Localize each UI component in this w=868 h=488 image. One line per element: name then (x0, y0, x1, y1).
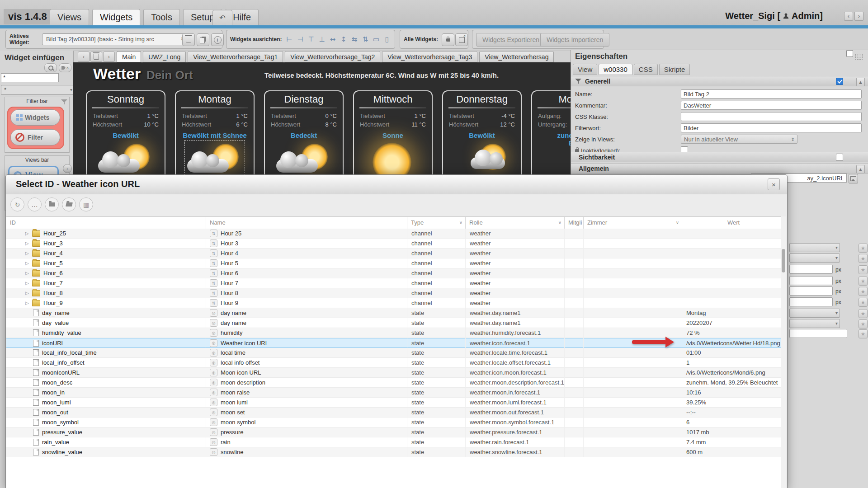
table-row[interactable]: ▷ moon_lumi moon lumi state weather.moon… (6, 398, 781, 408)
export-widgets-button[interactable]: Widgets Exportieren (476, 33, 546, 47)
table-row[interactable]: ▷ moon_in moon raise state weather.moon.… (6, 388, 781, 398)
dialog-tool-button[interactable]: ▥ (79, 197, 93, 211)
expander-icon[interactable]: ▷ (25, 300, 32, 305)
binding-star-button[interactable]: ★ (859, 298, 868, 307)
view-tab[interactable]: Main (117, 51, 141, 62)
weather-image-widget[interactable] (186, 142, 243, 174)
weather-day-card[interactable]: Mittwoch Tiefstwert1 °C Höchstwert11 °C … (353, 90, 433, 174)
property-control[interactable] (789, 319, 840, 328)
view-next-button[interactable]: › (103, 52, 115, 62)
column-header-rolle[interactable]: Rolle∨ (466, 217, 565, 229)
dialog-close-button[interactable]: × (768, 178, 780, 190)
field-input[interactable] (681, 123, 862, 132)
weather-day-card[interactable]: Dienstag Tiefstwert0 °C Höchstwert8 °C B… (264, 90, 344, 174)
import-widgets-button[interactable]: Widgets Importieren (540, 33, 609, 47)
binding-star-button[interactable]: ★ (859, 265, 868, 274)
binding-star-button[interactable]: ★ (859, 277, 868, 286)
widget-info-button[interactable] (211, 33, 224, 46)
section-generell[interactable]: Generell ▲ (571, 76, 868, 86)
weather-image-widget[interactable] (453, 142, 510, 174)
field-input[interactable] (681, 112, 862, 121)
menu-tab[interactable]: Tools (143, 9, 180, 25)
table-row[interactable]: ▷ Hour_5 Hour 5 channel weather (6, 258, 781, 268)
align-icon[interactable]: ▭ (371, 34, 381, 45)
property-control[interactable] (789, 309, 840, 318)
property-control[interactable] (789, 329, 847, 338)
view-tab[interactable]: View_Wettervorhersag (479, 51, 554, 62)
search-widget-button[interactable] (44, 63, 57, 72)
property-control[interactable] (789, 253, 840, 263)
menu-tab[interactable]: Views (50, 9, 89, 25)
weather-view-canvas[interactable]: Wetter Dein Ort Teilweise bedeckt. Höchs… (73, 62, 571, 174)
property-control[interactable] (789, 243, 840, 252)
weather-day-card[interactable]: Donnerstag Tiefstwert-4 °C Höchstwert12 … (442, 90, 522, 174)
expander-icon[interactable]: ▷ (25, 281, 32, 286)
widget-filter-input[interactable]: * (1, 73, 59, 82)
align-icon[interactable]: ↕ (339, 34, 349, 45)
table-row[interactable]: ▷ local_info_offset local info offset st… (6, 358, 781, 368)
undo-button[interactable]: ↶ (212, 10, 232, 25)
nav-next-button[interactable]: › (854, 12, 863, 21)
drag-handle-icon[interactable] (854, 54, 863, 60)
section-allgemein[interactable]: Allgemein ▲ (571, 163, 868, 174)
widget-set-select[interactable]: * ▾ (1, 85, 75, 95)
align-icon[interactable]: ⊥ (317, 34, 327, 45)
column-header-type[interactable]: Type∨ (407, 217, 466, 229)
weather-day-card[interactable]: Sonntag Tiefstwert1 °C Höchstwert10 °C B… (86, 90, 165, 174)
expander-icon[interactable]: ▷ (25, 271, 32, 276)
table-row[interactable]: ▷ day_value day name state weather.day.n… (6, 318, 781, 328)
table-row[interactable]: ▷ Hour_9 Hour 9 channel weather (6, 298, 781, 308)
field-input[interactable] (681, 89, 862, 99)
table-row[interactable]: ▷ local_info_local_time local time state… (6, 348, 781, 358)
property-control[interactable] (789, 276, 833, 285)
table-row[interactable]: ▷ moon_desc moon description state weath… (6, 378, 781, 388)
nav-prev-button[interactable]: ‹ (844, 12, 853, 21)
tag-filter-button[interactable]: × (59, 63, 71, 72)
table-row[interactable]: ▷ Hour_7 Hour 7 channel weather (6, 278, 781, 288)
table-row[interactable]: ▷ moon_out moon set state weather.moon.o… (6, 408, 781, 418)
table-row[interactable]: ▷ pressure_value pressure state weather.… (6, 427, 781, 437)
expander-icon[interactable]: ▷ (25, 241, 32, 246)
expander-icon[interactable]: ▷ (25, 291, 32, 296)
properties-tab[interactable]: Skripte (659, 64, 690, 75)
binding-star-button[interactable]: ★ (859, 287, 868, 296)
properties-tab[interactable]: w00330 (599, 64, 632, 75)
table-row[interactable]: ▷ day_name day name state weather.day.na… (6, 308, 781, 318)
dialog-tool-button[interactable]: ↻ (10, 197, 24, 211)
sichtbarkeit-checkbox[interactable] (836, 154, 843, 161)
table-row[interactable]: ▷ moonIconURL Moon icon URL state weathe… (6, 368, 781, 378)
align-icon[interactable]: ⇆ (349, 34, 359, 45)
align-icon[interactable]: ⊢ (284, 34, 294, 45)
generell-checkbox[interactable] (836, 78, 843, 85)
delete-widget-button[interactable] (182, 33, 195, 46)
property-control[interactable] (789, 297, 833, 306)
table-row[interactable]: ▷ rain_value rain state weather.rain.for… (6, 437, 781, 447)
table-row[interactable]: ▷ Hour_25 Hour 25 channel weather (6, 229, 781, 239)
weather-image-widget[interactable] (275, 142, 332, 174)
table-row[interactable]: ▷ Hour_8 Hour 8 channel weather (6, 288, 781, 298)
dialog-scrollbar[interactable] (781, 216, 786, 488)
copy-widget-button[interactable] (197, 33, 209, 46)
field-select[interactable]: Nur in aktueller View⇕ (681, 135, 797, 144)
view-prev-button[interactable]: ‹ (78, 52, 90, 62)
expander-icon[interactable]: ▷ (25, 261, 32, 266)
align-icon[interactable]: ⊤ (306, 34, 316, 45)
property-checkbox[interactable] (846, 50, 853, 57)
views-expand-button[interactable]: › (63, 164, 72, 173)
align-icon[interactable]: ↔ (328, 34, 338, 45)
binding-star-button[interactable]: ★ (859, 244, 868, 253)
table-row[interactable]: ▷ Hour_4 Hour 4 channel weather (6, 249, 781, 258)
weather-image-widget[interactable] (97, 142, 154, 174)
column-header-id[interactable]: ID (6, 217, 206, 229)
dialog-titlebar[interactable]: Select ID - Weather icon URL × (6, 175, 787, 194)
weather-day-card[interactable]: Montag Tiefstwert1 °C Höchstwert6 °C Bew… (175, 90, 255, 174)
table-row[interactable]: ▷ snowline_value snowline state weather.… (6, 447, 781, 457)
dialog-tool-button[interactable]: … (28, 197, 42, 211)
binding-star-button[interactable]: ★ (859, 319, 868, 328)
table-row[interactable]: ▷ Hour_6 Hour 6 channel weather (6, 268, 781, 278)
property-control[interactable] (789, 286, 833, 296)
filter-toggle-button[interactable]: Filter (10, 129, 60, 145)
binding-star-button[interactable]: ★ (859, 329, 868, 338)
active-widget-select[interactable]: Bild Tag 2[w00330] (basic - String img s… (42, 33, 187, 45)
column-header-mitglieder[interactable]: Mitgli (565, 217, 584, 229)
